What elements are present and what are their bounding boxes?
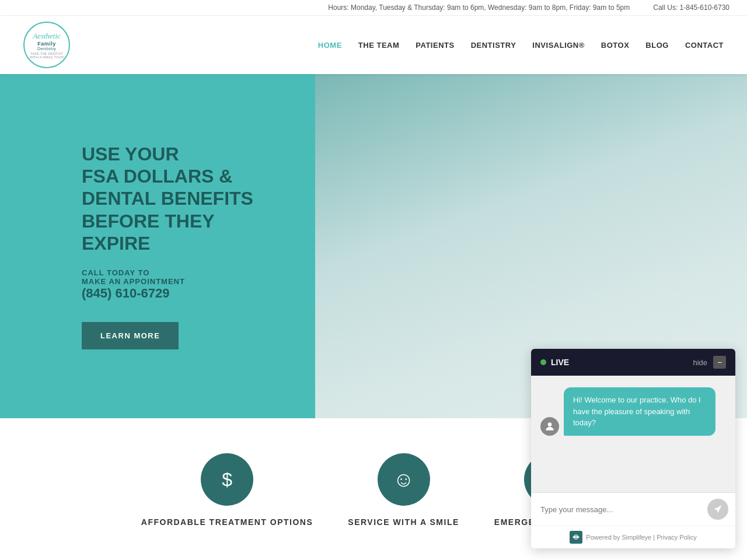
main-nav: HOME THE TEAM PATIENTS DENTISTRY INVISAL… [318, 41, 724, 50]
smile-icon-circle: ☺ [378, 453, 430, 506]
chat-message-row: Hi! Welcome to our practice. Who do I ha… [540, 387, 726, 436]
nav-dentistry[interactable]: DENTISTRY [471, 41, 516, 50]
hero-cta-label: CALL TODAY TO [82, 268, 280, 277]
chat-send-button[interactable] [707, 499, 728, 520]
logo[interactable]: Aesthetic Family Dentistry TAKE THE DENT… [23, 22, 70, 68]
chat-input[interactable] [538, 503, 707, 516]
logo-family: Family [37, 41, 56, 47]
live-dot [540, 359, 546, 365]
hours-text: Hours: Monday, Tuesday & Thursday: 9am t… [328, 4, 630, 12]
chat-live-indicator: LIVE [540, 358, 569, 367]
call-text: Call Us: 1-845-610-6730 [653, 4, 729, 12]
affordable-label: AFFORDABLE TREATMENT OPTIONS [141, 517, 313, 527]
logo-tagline: TAKE THE DENTIST WITH A SMILE TOUR [28, 52, 65, 59]
smile-label: SERVICE WITH A SMILE [348, 517, 459, 527]
chat-footer-logo: Powered by Simplifeye | Privacy Policy [570, 531, 696, 544]
nav-botox[interactable]: BOTOX [601, 41, 630, 50]
send-icon [713, 505, 722, 514]
chat-hide-button[interactable]: hide [693, 358, 707, 367]
affordable-icon-circle: $ [201, 453, 253, 506]
chat-header-controls: hide − [693, 356, 726, 369]
svg-point-21 [575, 536, 577, 538]
chat-avatar [540, 417, 559, 436]
header: Aesthetic Family Dentistry TAKE THE DENT… [0, 16, 747, 74]
chat-input-area[interactable] [531, 492, 735, 526]
nav-invisalign[interactable]: INVISALIGN® [532, 41, 584, 50]
hero-headline: USE YOUR FSA DOLLARS & DENTAL BENEFITS B… [82, 143, 280, 255]
logo-circle: Aesthetic Family Dentistry TAKE THE DENT… [23, 22, 70, 68]
hero-cta-label2: MAKE AN APPOINTMENT [82, 277, 280, 286]
learn-more-button[interactable]: LEARN MORE [82, 322, 179, 349]
logo-aesthetic: Aesthetic [33, 32, 61, 41]
chat-header: LIVE hide − [531, 349, 735, 376]
chat-footer: Powered by Simplifeye | Privacy Policy [531, 526, 735, 548]
dollar-icon: $ [222, 469, 232, 491]
logo-dentistry: Dentistry [37, 47, 56, 51]
chat-close-button[interactable]: − [713, 356, 726, 369]
smile-icon: ☺ [393, 467, 414, 492]
top-bar: Hours: Monday, Tuesday & Thursday: 9am t… [0, 0, 747, 16]
nav-blog[interactable]: BLOG [645, 41, 669, 50]
nav-contact[interactable]: CONTACT [685, 41, 724, 50]
hero-content: USE YOUR FSA DOLLARS & DENTAL BENEFITS B… [0, 74, 315, 418]
simplifeye-icon [570, 531, 582, 544]
nav-patients[interactable]: PATIENTS [416, 41, 454, 50]
service-item-affordable: $ AFFORDABLE TREATMENT OPTIONS [141, 453, 313, 527]
nav-home[interactable]: HOME [318, 41, 342, 50]
chat-footer-text: Powered by Simplifeye | Privacy Policy [586, 534, 696, 541]
hero-phone: (845) 610-6729 [82, 286, 280, 301]
user-icon [544, 421, 556, 432]
svg-point-18 [548, 422, 552, 426]
chat-bubble: Hi! Welcome to our practice. Who do I ha… [564, 387, 715, 436]
chat-live-label: LIVE [551, 358, 569, 367]
chat-messages: Hi! Welcome to our practice. Who do I ha… [531, 376, 735, 492]
nav-the-team[interactable]: THE TEAM [358, 41, 399, 50]
service-item-smile: ☺ SERVICE WITH A SMILE [348, 453, 459, 527]
simplifeye-logo-icon [572, 533, 580, 541]
chat-widget: LIVE hide − Hi! Welcome to our practice.… [531, 349, 735, 548]
